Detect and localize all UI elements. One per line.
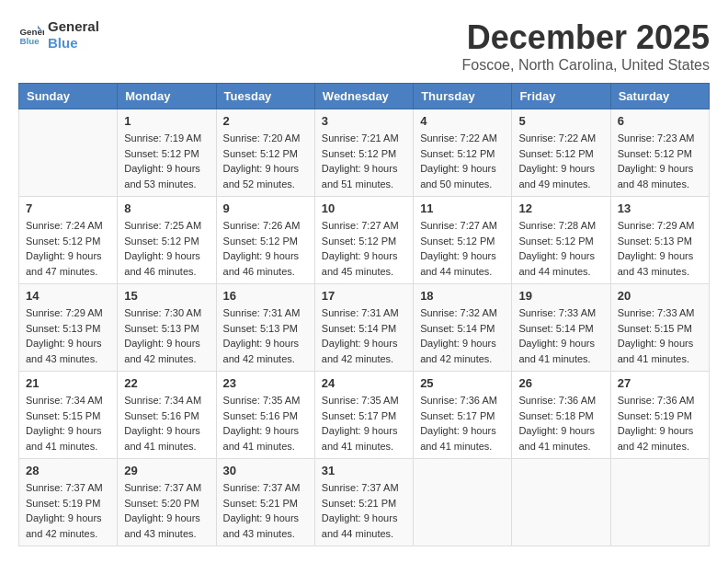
- calendar-cell: 18Sunrise: 7:32 AMSunset: 5:14 PMDayligh…: [414, 284, 512, 372]
- weekday-header-saturday: Saturday: [610, 84, 709, 109]
- day-number: 19: [518, 289, 603, 303]
- calendar-table: SundayMondayTuesdayWednesdayThursdayFrid…: [18, 83, 710, 546]
- calendar-cell: 26Sunrise: 7:36 AMSunset: 5:18 PMDayligh…: [512, 372, 610, 459]
- day-number: 27: [618, 376, 702, 390]
- day-info: Sunrise: 7:22 AMSunset: 5:12 PMDaylight:…: [518, 131, 603, 191]
- calendar-cell: 11Sunrise: 7:27 AMSunset: 5:12 PMDayligh…: [414, 197, 512, 284]
- header: General Blue General Blue December 2025 …: [18, 18, 710, 74]
- day-number: 6: [618, 114, 702, 128]
- calendar-cell: 5Sunrise: 7:22 AMSunset: 5:12 PMDaylight…: [512, 109, 610, 197]
- day-number: 22: [124, 376, 209, 390]
- calendar-cell: 25Sunrise: 7:36 AMSunset: 5:17 PMDayligh…: [414, 372, 512, 459]
- day-info: Sunrise: 7:33 AMSunset: 5:15 PMDaylight:…: [618, 305, 702, 366]
- day-number: 21: [26, 376, 110, 390]
- day-info: Sunrise: 7:37 AMSunset: 5:21 PMDaylight:…: [223, 480, 308, 541]
- logo-icon: General Blue: [18, 22, 44, 48]
- day-info: Sunrise: 7:23 AMSunset: 5:12 PMDaylight:…: [618, 131, 702, 191]
- day-info: Sunrise: 7:19 AMSunset: 5:12 PMDaylight:…: [124, 131, 209, 191]
- day-info: Sunrise: 7:29 AMSunset: 5:13 PMDaylight:…: [26, 305, 110, 366]
- day-info: Sunrise: 7:33 AMSunset: 5:14 PMDaylight:…: [518, 305, 603, 366]
- day-number: 13: [618, 201, 702, 215]
- day-number: 29: [124, 464, 209, 477]
- day-info: Sunrise: 7:31 AMSunset: 5:14 PMDaylight:…: [322, 305, 406, 366]
- weekday-header-friday: Friday: [512, 84, 610, 109]
- day-number: 23: [223, 376, 308, 390]
- month-title: December 2025: [462, 18, 710, 57]
- day-info: Sunrise: 7:36 AMSunset: 5:19 PMDaylight:…: [618, 393, 702, 454]
- weekday-header-row: SundayMondayTuesdayWednesdayThursdayFrid…: [19, 84, 710, 109]
- day-info: Sunrise: 7:27 AMSunset: 5:12 PMDaylight:…: [420, 218, 505, 279]
- calendar-cell: 6Sunrise: 7:23 AMSunset: 5:12 PMDaylight…: [610, 109, 709, 197]
- calendar-cell: [414, 459, 512, 546]
- day-info: Sunrise: 7:21 AMSunset: 5:12 PMDaylight:…: [322, 131, 406, 191]
- calendar-cell: 9Sunrise: 7:26 AMSunset: 5:12 PMDaylight…: [216, 197, 314, 284]
- calendar-cell: 14Sunrise: 7:29 AMSunset: 5:13 PMDayligh…: [19, 284, 118, 372]
- calendar-cell: 21Sunrise: 7:34 AMSunset: 5:15 PMDayligh…: [19, 372, 118, 459]
- day-info: Sunrise: 7:27 AMSunset: 5:12 PMDaylight:…: [322, 218, 406, 279]
- day-number: 20: [618, 289, 702, 303]
- day-info: Sunrise: 7:30 AMSunset: 5:13 PMDaylight:…: [124, 305, 209, 366]
- day-number: 1: [124, 114, 209, 128]
- weekday-header-tuesday: Tuesday: [216, 84, 314, 109]
- day-number: 16: [223, 289, 308, 303]
- weekday-header-monday: Monday: [118, 84, 216, 109]
- day-number: 31: [322, 464, 406, 477]
- day-number: 11: [420, 201, 505, 215]
- calendar-cell: 7Sunrise: 7:24 AMSunset: 5:12 PMDaylight…: [19, 197, 118, 284]
- title-area: December 2025 Foscoe, North Carolina, Un…: [462, 18, 710, 74]
- day-number: 3: [322, 114, 406, 128]
- calendar-cell: 8Sunrise: 7:25 AMSunset: 5:12 PMDaylight…: [118, 197, 216, 284]
- day-number: 10: [322, 201, 406, 215]
- calendar-cell: 17Sunrise: 7:31 AMSunset: 5:14 PMDayligh…: [314, 284, 413, 372]
- calendar-cell: 27Sunrise: 7:36 AMSunset: 5:19 PMDayligh…: [610, 372, 709, 459]
- calendar-cell: 22Sunrise: 7:34 AMSunset: 5:16 PMDayligh…: [118, 372, 216, 459]
- calendar-cell: 28Sunrise: 7:37 AMSunset: 5:19 PMDayligh…: [19, 459, 118, 546]
- day-number: 28: [26, 464, 110, 477]
- logo: General Blue General Blue: [18, 18, 99, 52]
- day-number: 2: [223, 114, 308, 128]
- day-number: 8: [124, 201, 209, 215]
- day-info: Sunrise: 7:28 AMSunset: 5:12 PMDaylight:…: [518, 218, 603, 279]
- calendar-cell: 29Sunrise: 7:37 AMSunset: 5:20 PMDayligh…: [118, 459, 216, 546]
- location-title: Foscoe, North Carolina, United States: [462, 57, 710, 74]
- weekday-header-sunday: Sunday: [19, 84, 118, 109]
- calendar-cell: 16Sunrise: 7:31 AMSunset: 5:13 PMDayligh…: [216, 284, 314, 372]
- day-number: 24: [322, 376, 406, 390]
- day-number: 26: [518, 376, 603, 390]
- weekday-header-thursday: Thursday: [414, 84, 512, 109]
- day-info: Sunrise: 7:31 AMSunset: 5:13 PMDaylight:…: [223, 305, 308, 366]
- calendar-cell: [19, 109, 118, 197]
- calendar-cell: 13Sunrise: 7:29 AMSunset: 5:13 PMDayligh…: [610, 197, 709, 284]
- day-info: Sunrise: 7:37 AMSunset: 5:19 PMDaylight:…: [26, 480, 110, 541]
- day-number: 14: [26, 289, 110, 303]
- week-row-4: 28Sunrise: 7:37 AMSunset: 5:19 PMDayligh…: [19, 459, 710, 546]
- day-info: Sunrise: 7:34 AMSunset: 5:16 PMDaylight:…: [124, 393, 209, 454]
- day-info: Sunrise: 7:36 AMSunset: 5:17 PMDaylight:…: [420, 393, 505, 454]
- calendar-cell: 19Sunrise: 7:33 AMSunset: 5:14 PMDayligh…: [512, 284, 610, 372]
- svg-text:Blue: Blue: [19, 36, 40, 46]
- day-info: Sunrise: 7:37 AMSunset: 5:21 PMDaylight:…: [322, 480, 406, 541]
- calendar-cell: 12Sunrise: 7:28 AMSunset: 5:12 PMDayligh…: [512, 197, 610, 284]
- day-info: Sunrise: 7:36 AMSunset: 5:18 PMDaylight:…: [518, 393, 603, 454]
- day-info: Sunrise: 7:29 AMSunset: 5:13 PMDaylight:…: [618, 218, 702, 279]
- day-info: Sunrise: 7:37 AMSunset: 5:20 PMDaylight:…: [124, 480, 209, 541]
- day-number: 17: [322, 289, 406, 303]
- week-row-3: 21Sunrise: 7:34 AMSunset: 5:15 PMDayligh…: [19, 372, 710, 459]
- day-number: 9: [223, 201, 308, 215]
- calendar-cell: 1Sunrise: 7:19 AMSunset: 5:12 PMDaylight…: [118, 109, 216, 197]
- calendar-cell: 15Sunrise: 7:30 AMSunset: 5:13 PMDayligh…: [118, 284, 216, 372]
- day-number: 25: [420, 376, 505, 390]
- calendar-cell: 4Sunrise: 7:22 AMSunset: 5:12 PMDaylight…: [414, 109, 512, 197]
- day-info: Sunrise: 7:35 AMSunset: 5:16 PMDaylight:…: [223, 393, 308, 454]
- calendar-cell: 10Sunrise: 7:27 AMSunset: 5:12 PMDayligh…: [314, 197, 413, 284]
- day-number: 18: [420, 289, 505, 303]
- day-info: Sunrise: 7:35 AMSunset: 5:17 PMDaylight:…: [322, 393, 406, 454]
- logo-line1: General: [48, 18, 99, 35]
- calendar-cell: 23Sunrise: 7:35 AMSunset: 5:16 PMDayligh…: [216, 372, 314, 459]
- day-info: Sunrise: 7:24 AMSunset: 5:12 PMDaylight:…: [26, 218, 110, 279]
- calendar-cell: 24Sunrise: 7:35 AMSunset: 5:17 PMDayligh…: [314, 372, 413, 459]
- day-info: Sunrise: 7:32 AMSunset: 5:14 PMDaylight:…: [420, 305, 505, 366]
- week-row-1: 7Sunrise: 7:24 AMSunset: 5:12 PMDaylight…: [19, 197, 710, 284]
- calendar-cell: 30Sunrise: 7:37 AMSunset: 5:21 PMDayligh…: [216, 459, 314, 546]
- calendar-cell: 2Sunrise: 7:20 AMSunset: 5:12 PMDaylight…: [216, 109, 314, 197]
